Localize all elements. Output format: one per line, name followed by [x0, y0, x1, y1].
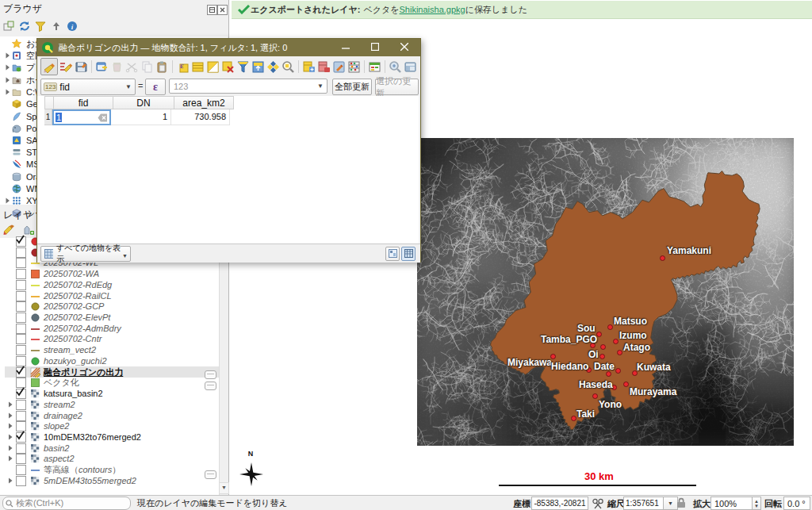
svg-text:ε: ε: [180, 60, 184, 70]
svg-text:N: N: [248, 450, 254, 458]
